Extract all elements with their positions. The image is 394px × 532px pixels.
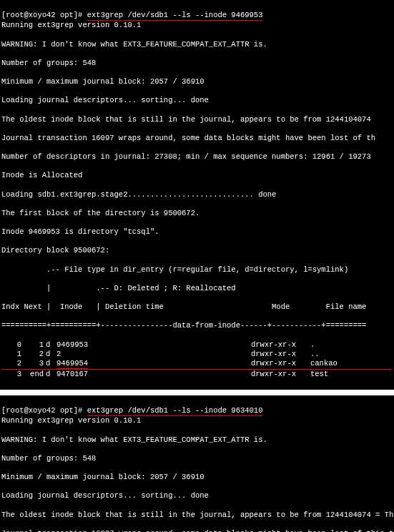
output-line: | .-- D: Deleted ; R: Reallocated bbox=[1, 284, 393, 293]
output-line: Loading journal descriptors... sorting..… bbox=[1, 96, 393, 105]
output-line: Journal transaction 16097 wraps around, … bbox=[1, 529, 393, 532]
separator-gap bbox=[0, 390, 394, 395]
output-line: Inode is Allocated bbox=[1, 171, 393, 180]
output-line: The first block of the directory is 9500… bbox=[1, 209, 393, 218]
output-line: Minimum / maximum journal block: 2057 / … bbox=[1, 77, 393, 87]
output-line: Number of groups: 548 bbox=[1, 59, 393, 68]
output-line: The oldest inode block that is still in … bbox=[1, 511, 393, 520]
output-line: WARNING: I don't know what EXT3_FEATURE_… bbox=[1, 435, 393, 445]
output-line: Running ext3grep version 0.10.1 bbox=[1, 21, 393, 30]
output-line: Number of descriptors in journal: 27308;… bbox=[1, 152, 393, 162]
prompt: [root@xoyo42 opt]# bbox=[1, 11, 87, 19]
output-line: WARNING: I don't know what EXT3_FEATURE_… bbox=[1, 40, 393, 49]
output-line: Loading journal descriptors... sorting..… bbox=[1, 491, 393, 501]
command: ext3grep /dev/sdb1 --ls --inode 9634010 bbox=[87, 406, 263, 416]
table-row: 01d9469953drwxr-xr-x. bbox=[1, 340, 393, 350]
output-line: Inode 9469953 is directory "tcsql". bbox=[1, 227, 393, 237]
table-header: Indx Next | Inode | Deletion time Mode F… bbox=[1, 302, 393, 312]
table-row: 3endd9470167drwxr-xr-xtest bbox=[1, 369, 393, 379]
output-line: Loading sdb1.ext3grep.stage2............… bbox=[1, 190, 393, 200]
prompt: [root@xoyo42 opt]# bbox=[1, 406, 87, 415]
dir-table-top: 01d9469953drwxr-xr-x. 12d2drwxr-xr-x.. 2… bbox=[1, 340, 393, 380]
terminal-bottom: [root@xoyo42 opt]# ext3grep /dev/sdb1 --… bbox=[0, 395, 394, 532]
terminal-top: [root@xoyo42 opt]# ext3grep /dev/sdb1 --… bbox=[0, 0, 394, 390]
command: ext3grep /dev/sdb1 --ls --inode 9469953 bbox=[87, 11, 263, 21]
output-line: Directory block 9500672: bbox=[1, 246, 393, 255]
output-line: The oldest inode block that is still in … bbox=[1, 115, 393, 124]
output-line: .-- File type in dir_entry (r=regular fi… bbox=[1, 265, 393, 275]
output-line: Number of groups: 548 bbox=[1, 454, 393, 463]
output-line: Journal transaction 16097 wraps around, … bbox=[1, 134, 393, 143]
table-separator: ==========+==========+----------------da… bbox=[1, 321, 393, 330]
output-line: Running ext3grep version 0.10.1 bbox=[1, 416, 393, 425]
table-row: 23d9469954drwxr-xr-xcankao bbox=[1, 359, 393, 370]
output-line: Minimum / maximum journal block: 2057 / … bbox=[1, 473, 393, 482]
table-row: 12d2drwxr-xr-x.. bbox=[1, 350, 393, 359]
